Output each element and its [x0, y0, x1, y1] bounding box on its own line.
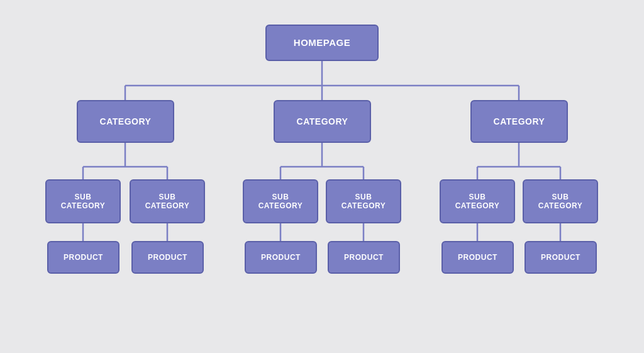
product-node-3-1: PRODUCT: [441, 241, 514, 274]
sitemap-diagram: HOMEPAGE CATEGORY CATEGORY CATEGORY SUBC…: [20, 13, 624, 340]
product-node-3-2: PRODUCT: [525, 241, 597, 274]
homepage-node: HOMEPAGE: [265, 25, 379, 61]
product-node-1-1: PRODUCT: [47, 241, 119, 274]
subcategory-node-1-2: SUBCATEGORY: [130, 179, 205, 223]
connector-lines: [20, 13, 624, 340]
subcategory-node-3-1: SUBCATEGORY: [440, 179, 515, 223]
subcategory-node-1-1: SUBCATEGORY: [45, 179, 121, 223]
subcategory-node-2-1: SUBCATEGORY: [243, 179, 318, 223]
category-node-3: CATEGORY: [470, 100, 568, 143]
category-node-2: CATEGORY: [274, 100, 371, 143]
product-node-1-2: PRODUCT: [131, 241, 204, 274]
subcategory-node-2-2: SUBCATEGORY: [326, 179, 401, 223]
product-node-2-1: PRODUCT: [245, 241, 317, 274]
category-node-1: CATEGORY: [77, 100, 174, 143]
subcategory-node-3-2: SUBCATEGORY: [523, 179, 598, 223]
product-node-2-2: PRODUCT: [328, 241, 400, 274]
